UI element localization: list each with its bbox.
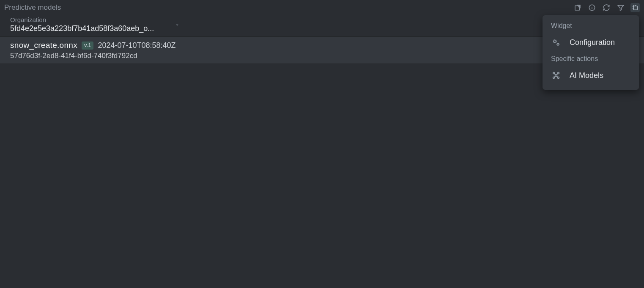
organization-dropdown[interactable]: Organization 5fd4e2e5e3a223bf7b41ad58f3a…: [10, 16, 184, 33]
model-version-badge: v.1: [82, 42, 93, 50]
menu-section-specific: Specific actions: [543, 53, 639, 67]
svg-point-8: [558, 72, 559, 74]
menu-item-configuration[interactable]: Configuration: [543, 34, 639, 51]
model-timestamp: 2024-07-10T08:58:40Z: [98, 41, 175, 50]
info-icon[interactable]: [587, 3, 597, 12]
ai-models-icon: [551, 70, 561, 80]
svg-point-7: [553, 72, 555, 74]
svg-rect-4: [633, 6, 637, 10]
menu-section-widget: Widget: [543, 20, 639, 34]
menu-item-ai-models[interactable]: AI Models: [543, 67, 639, 84]
popout-icon[interactable]: [573, 3, 582, 12]
organization-label: Organization: [10, 16, 184, 24]
settings-menu: Widget Configuration Specific actions: [543, 15, 639, 90]
gears-icon: [551, 37, 561, 47]
model-name: snow_create.onnx: [10, 40, 77, 51]
svg-point-11: [555, 75, 557, 77]
svg-point-10: [558, 77, 559, 79]
predictive-models-panel: Predictive models: [0, 0, 644, 288]
panel-toolbar: [573, 3, 640, 12]
panel-title: Predictive models: [4, 3, 61, 12]
menu-item-label: Configuration: [570, 38, 615, 47]
chevron-down-icon: [174, 22, 180, 28]
settings-icon[interactable]: [630, 3, 640, 12]
menu-item-label: AI Models: [570, 71, 603, 80]
svg-point-9: [553, 77, 555, 79]
organization-value: 5fd4e2e5e3a223bf7b41ad58f3a60aeb_o...: [10, 24, 162, 33]
filter-icon[interactable]: [616, 3, 625, 12]
refresh-icon[interactable]: [602, 3, 611, 12]
panel-header: Predictive models: [0, 0, 644, 14]
